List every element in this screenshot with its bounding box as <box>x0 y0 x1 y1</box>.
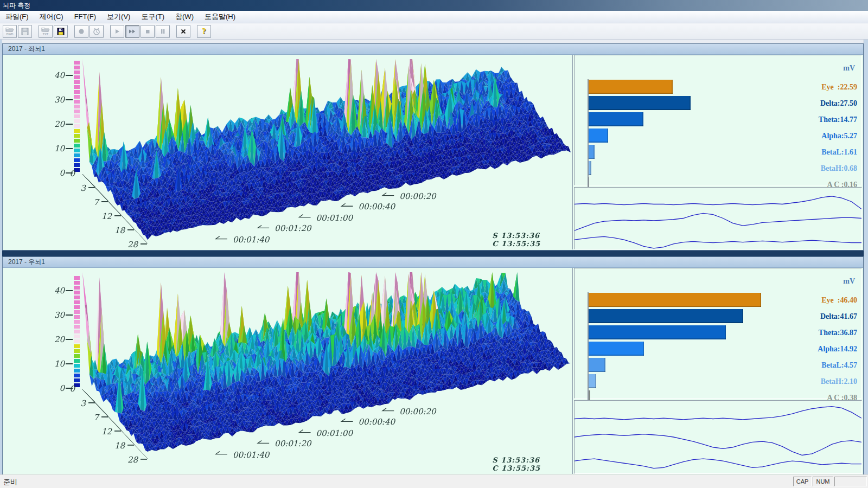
stop-button[interactable] <box>141 25 155 38</box>
open-txt-button[interactable]: TXT <box>39 25 53 38</box>
num-lock-indicator: NUM <box>813 477 833 486</box>
window-title: 뇌파 측정 <box>3 2 30 9</box>
timestamp-block: S 13:53:36 C 13:55:35 <box>492 456 540 472</box>
play-icon <box>113 28 121 35</box>
child2-content: S 13:53:36 C 13:55:35 mV Eye :46.40 Delt… <box>3 268 863 474</box>
folder-txt-icon: TXT <box>41 27 50 36</box>
child-window-right-brain: 2017 - 우뇌1 S 13:53:36 C 13:55:35 mV Eye … <box>2 256 864 475</box>
theta-bar-label: Theta:14.77 <box>819 115 857 124</box>
child-window-left-brain: 2017 - 좌뇌1 S 13:53:36 C 13:55:35 mV Eye … <box>2 43 864 251</box>
child1-caption-bar[interactable]: 2017 - 좌뇌1 <box>3 44 863 55</box>
bar-rows: Eye :22.59 Delta:27.50 Theta:14.77 Alpha… <box>588 79 861 193</box>
start-time: S 13:53:36 <box>492 456 540 464</box>
menu-view[interactable]: 보기(V) <box>101 11 136 23</box>
title-bar[interactable]: 뇌파 측정 <box>0 0 868 11</box>
child2-title: 2017 - 우뇌1 <box>8 258 45 266</box>
menu-bar: 파일(F) 제어(C) FFT(F) 보기(V) 도구(T) 창(W) 도움말(… <box>0 11 868 23</box>
bar-row-theta: Theta:14.77 <box>589 112 861 128</box>
start-time: S 13:53:36 <box>492 232 540 240</box>
play-button[interactable] <box>110 25 124 38</box>
close-button[interactable] <box>176 25 190 38</box>
bar-row-betah: BetaH:2.10 <box>589 374 861 390</box>
timer-icon <box>92 27 101 36</box>
menu-fft[interactable]: FFT(F) <box>69 11 101 23</box>
band-bar-chart-right-brain: mV Eye :46.40 Delta:41.67 Theta:36.87 <box>574 268 862 399</box>
record-icon <box>78 28 85 35</box>
bar-row-alpha: Alpha:14.92 <box>589 341 861 357</box>
band-bar-chart-left-brain: mV Eye :22.59 Delta:27.50 Theta:14.77 <box>574 55 862 185</box>
unit-label: mV <box>843 277 855 286</box>
bar-row-theta: Theta:36.87 <box>589 325 861 341</box>
folder-bwd-icon: BWD <box>5 27 15 36</box>
bar-row-eye: Eye :46.40 <box>589 292 861 309</box>
eye-bar-label: Eye :22.59 <box>821 83 857 92</box>
waveform-svg <box>575 401 861 473</box>
svg-text:BWD: BWD <box>6 33 13 36</box>
pause-icon <box>159 28 167 35</box>
save-bwd-button[interactable] <box>18 25 32 38</box>
current-time: C 13:55:35 <box>492 464 540 472</box>
waveform-chart-left-brain <box>574 187 862 249</box>
record-button[interactable] <box>74 25 88 38</box>
bar-row-alpha: Alpha:5.27 <box>589 128 861 144</box>
eye-bar-label: Eye :46.40 <box>821 296 857 305</box>
timer-button[interactable] <box>90 25 104 38</box>
delta-bar-label: Delta:41.67 <box>820 312 857 321</box>
save-button[interactable] <box>54 25 68 38</box>
fast-forward-button[interactable] <box>125 25 139 38</box>
bar-row-betal: BetaL:4.57 <box>589 357 861 374</box>
menu-tools[interactable]: 도구(T) <box>136 11 170 23</box>
bar-row-delta: Delta:27.50 <box>589 95 861 112</box>
pause-button[interactable] <box>156 25 170 38</box>
menu-file[interactable]: 파일(F) <box>0 11 34 23</box>
bar-row-betah: BetaH:0.68 <box>589 160 861 177</box>
save-icon <box>56 27 65 36</box>
alpha-bar <box>589 342 644 356</box>
help-button[interactable]: ? <box>197 25 211 38</box>
close-icon <box>180 28 187 35</box>
surface-plot-canvas <box>4 55 572 250</box>
surface-plot-right-brain: S 13:53:36 C 13:55:35 <box>4 268 573 474</box>
betah-bar-label: BetaH:2.10 <box>821 377 857 386</box>
toolbar-filler <box>0 40 868 43</box>
surface-plot-canvas <box>4 268 572 474</box>
betah-bar <box>589 374 596 388</box>
caps-lock-indicator: CAP <box>793 477 812 486</box>
waveform-chart-right-brain <box>574 400 862 474</box>
open-bwd-button[interactable]: BWD <box>3 25 17 38</box>
betal-bar <box>589 358 605 372</box>
mdi-left-edge <box>0 40 2 475</box>
waveform-svg <box>575 188 861 249</box>
delta-bar-label: Delta:27.50 <box>820 99 857 108</box>
menu-help[interactable]: 도움말(H) <box>199 11 241 23</box>
timestamp-block: S 13:53:36 C 13:55:35 <box>492 232 540 248</box>
status-message: 준비 <box>3 477 17 487</box>
delta-bar <box>589 309 743 323</box>
betal-bar-label: BetaL:4.57 <box>821 361 857 370</box>
current-time: C 13:55:35 <box>492 240 540 248</box>
fast-forward-icon <box>128 28 137 35</box>
alpha-bar-label: Alpha:14.92 <box>818 345 857 354</box>
child2-right-column: mV Eye :46.40 Delta:41.67 Theta:36.87 <box>574 268 862 474</box>
theta-bar-label: Theta:36.87 <box>819 329 857 337</box>
delta-bar <box>589 96 691 110</box>
status-bar: 준비 CAP NUM <box>0 474 868 488</box>
theta-bar <box>589 112 643 126</box>
menu-window[interactable]: 창(W) <box>170 11 199 23</box>
child2-caption-bar[interactable]: 2017 - 우뇌1 <box>3 257 863 268</box>
alpha-bar-label: Alpha:5.27 <box>821 132 857 140</box>
menu-control[interactable]: 제어(C) <box>34 11 69 23</box>
bar-row-delta: Delta:41.67 <box>589 309 861 325</box>
betal-bar <box>589 145 595 159</box>
help-icon: ? <box>202 27 206 36</box>
theta-bar <box>589 325 726 339</box>
bar-row-betal: BetaL:1.61 <box>589 144 861 160</box>
toolbar: BWD TXT <box>0 23 868 40</box>
alpha-bar <box>589 129 608 143</box>
unit-label: mV <box>843 64 855 73</box>
stop-icon <box>144 28 151 35</box>
svg-text:TXT: TXT <box>43 33 49 36</box>
eye-bar <box>589 293 761 307</box>
bar-row-eye: Eye :22.59 <box>589 79 861 95</box>
mdi-right-edge <box>864 40 868 475</box>
